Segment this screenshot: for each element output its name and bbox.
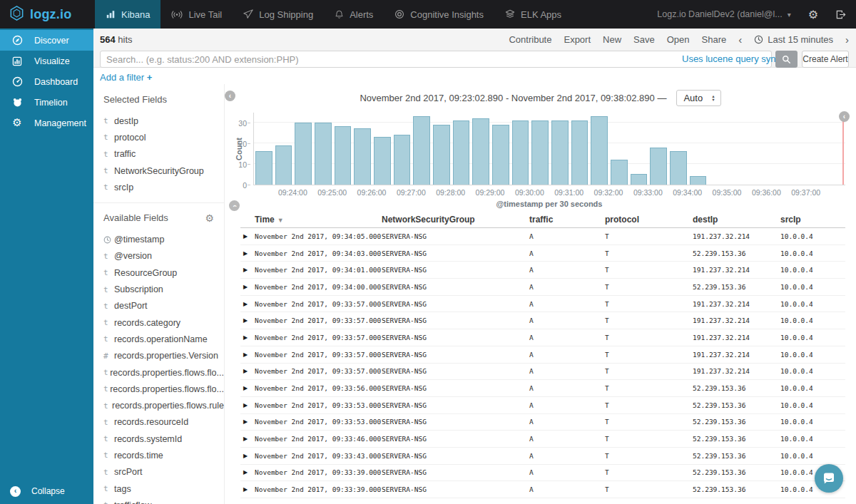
search-input[interactable]	[100, 51, 772, 68]
sidebar-collapse-button[interactable]: ‹ Collapse	[0, 481, 93, 501]
histogram-bar-09:27:30[interactable]	[433, 125, 450, 185]
table-row[interactable]: ▶November 2nd 2017, 09:33:39.000SERVERA-…	[240, 481, 845, 498]
table-row[interactable]: ▶November 2nd 2017, 09:33:46.000SERVERA-…	[240, 431, 845, 448]
open-button[interactable]: Open	[667, 34, 690, 45]
table-row[interactable]: ▶November 2nd 2017, 09:34:00.000SERVERA-…	[240, 279, 845, 296]
field-version[interactable]: t@version	[93, 248, 224, 264]
time-back-icon[interactable]: ‹	[738, 34, 742, 45]
sign-out-icon[interactable]	[835, 9, 846, 20]
histogram-bar-09:28:00[interactable]	[453, 120, 470, 185]
histogram-bar-09:23:00[interactable]	[255, 151, 272, 185]
field-resourcegroup[interactable]: tResourceGroup	[93, 264, 224, 281]
field-timestamp[interactable]: @timestamp	[93, 231, 224, 247]
histogram-bar-09:28:30[interactable]	[472, 118, 489, 185]
expand-caret-icon[interactable]: ▶	[240, 233, 255, 240]
logzio-logo[interactable]: logz.io	[9, 0, 71, 29]
histogram-bar-09:24:00[interactable]	[295, 123, 312, 185]
export-button[interactable]: Export	[564, 34, 591, 45]
field-networksecuritygroup[interactable]: tNetworkSecurityGroup	[93, 163, 224, 179]
expand-caret-icon[interactable]: ▶	[240, 334, 255, 341]
expand-caret-icon[interactable]: ▶	[240, 469, 255, 475]
column-header-traffic[interactable]: traffic	[529, 215, 605, 225]
expand-caret-icon[interactable]: ▶	[240, 385, 255, 391]
collapse-chart-icon[interactable]: ‹	[229, 200, 240, 211]
field-trafficflow[interactable]: ttrafficflow	[93, 497, 224, 504]
search-submit-button[interactable]	[775, 51, 798, 68]
table-row[interactable]: ▶November 2nd 2017, 09:33:53.000SERVERA-…	[240, 397, 845, 414]
expand-caret-icon[interactable]: ▶	[240, 402, 255, 408]
column-header-time[interactable]: Time▼	[255, 215, 382, 225]
time-forward-icon[interactable]: ›	[845, 34, 849, 45]
table-row[interactable]: ▶November 2nd 2017, 09:33:57.000SERVERA-…	[240, 346, 845, 364]
expand-caret-icon[interactable]: ▶	[240, 351, 255, 358]
expand-caret-icon[interactable]: ▶	[240, 436, 255, 442]
settings-gear-icon[interactable]: ⚙	[808, 8, 818, 21]
histogram-bar-09:31:30[interactable]	[591, 116, 608, 185]
sidebar-item-visualize[interactable]: Visualize	[0, 51, 93, 71]
column-header-networksecuritygroup[interactable]: NetworkSecurityGroup	[382, 215, 529, 225]
contribute-button[interactable]: Contribute	[509, 34, 551, 45]
sidebar-item-management[interactable]: ⚙Management	[0, 113, 93, 133]
table-row[interactable]: ▶November 2nd 2017, 09:33:57.000SERVERA-…	[240, 296, 845, 313]
table-row[interactable]: ▶November 2nd 2017, 09:33:57.000SERVERA-…	[240, 312, 845, 329]
table-row[interactable]: ▶November 2nd 2017, 09:33:53.000SERVERA-…	[240, 414, 845, 431]
add-filter-link[interactable]: Add a filter +	[100, 72, 152, 83]
account-menu[interactable]: Logz.io DanielDev2 (daniel@l... ▾	[657, 9, 790, 19]
histogram-bar-09:30:30[interactable]	[551, 120, 569, 185]
field-records-properties-flows-flo[interactable]: trecords.properties.flows.flo...	[93, 381, 224, 397]
histogram-bar-09:34:00[interactable]	[690, 176, 707, 185]
histogram-bar-09:23:30[interactable]	[275, 145, 292, 185]
nav-tab-alerts[interactable]: Alerts	[324, 0, 384, 29]
field-protocol[interactable]: tprotocol	[93, 129, 224, 145]
histogram-bar-09:24:30[interactable]	[315, 123, 332, 185]
table-row[interactable]: ▶November 2nd 2017, 09:34:03.000SERVERA-…	[240, 245, 845, 262]
field-destip[interactable]: tdestIp	[93, 113, 224, 129]
interval-select[interactable]: Auto ▲▼	[676, 90, 720, 106]
expand-caret-icon[interactable]: ▶	[240, 418, 255, 425]
field-records-properties-version[interactable]: #records.properties.Version	[93, 348, 224, 364]
field-records-time[interactable]: trecords.time	[93, 447, 224, 463]
histogram-bar-09:29:00[interactable]	[492, 125, 509, 185]
sidebar-item-discover[interactable]: Discover	[0, 30, 93, 51]
expand-caret-icon[interactable]: ▶	[240, 250, 255, 257]
share-button[interactable]: Share	[702, 34, 727, 45]
table-row[interactable]: ▶November 2nd 2017, 09:33:39.000SERVERA-…	[240, 465, 845, 482]
column-header-protocol[interactable]: protocol	[605, 215, 693, 225]
nav-tab-cognitive-insights[interactable]: Cognitive Insights	[384, 0, 494, 29]
histogram-bar-09:26:00[interactable]	[374, 137, 391, 185]
histogram-bar-09:33:30[interactable]	[670, 151, 687, 185]
expand-caret-icon[interactable]: ▶	[240, 486, 255, 493]
table-row[interactable]: ▶November 2nd 2017, 09:33:56.000SERVERA-…	[240, 380, 845, 397]
field-srcport[interactable]: tsrcPort	[93, 464, 224, 480]
nav-tab-live-tail[interactable]: Live Tail	[160, 0, 233, 29]
histogram-bar-09:29:30[interactable]	[512, 120, 529, 185]
table-row[interactable]: ▶November 2nd 2017, 09:33:43.000SERVERA-…	[240, 448, 845, 465]
field-records-properties-flows-flo[interactable]: trecords.properties.flows.flo...	[93, 364, 224, 381]
field-destport[interactable]: tdestPort	[93, 298, 224, 314]
new-button[interactable]: New	[603, 34, 621, 45]
field-traffic[interactable]: ttraffic	[93, 146, 224, 163]
field-records-systemid[interactable]: trecords.systemId	[93, 431, 224, 447]
field-subscription[interactable]: tSubscription	[93, 281, 224, 297]
field-srcip[interactable]: tsrcIp	[93, 179, 224, 195]
column-header-destip[interactable]: destIp	[693, 215, 780, 225]
table-row[interactable]: ▶November 2nd 2017, 09:33:57.000SERVERA-…	[240, 329, 845, 346]
histogram-bar-09:31:00[interactable]	[571, 120, 588, 185]
nav-tab-elk-apps[interactable]: ELK Apps	[494, 0, 572, 29]
expand-caret-icon[interactable]: ▶	[240, 317, 255, 324]
create-alert-button[interactable]: Create Alert	[802, 51, 849, 68]
nav-tab-kibana[interactable]: Kibana	[95, 0, 160, 29]
sidebar-item-dashboard[interactable]: Dashboard	[0, 71, 93, 92]
time-picker-button[interactable]: Last 15 minutes	[754, 34, 833, 45]
field-records-operationname[interactable]: trecords.operationName	[93, 331, 224, 347]
table-row[interactable]: ▶November 2nd 2017, 09:34:01.000SERVERA-…	[240, 262, 845, 279]
histogram-bar-09:32:00[interactable]	[611, 160, 628, 185]
field-tags[interactable]: ttags	[93, 480, 224, 497]
nav-tab-log-shipping[interactable]: Log Shipping	[233, 0, 324, 29]
collapse-right-icon[interactable]: ‹	[839, 111, 850, 122]
histogram-bar-09:33:00[interactable]	[650, 148, 667, 185]
lucene-syntax-link[interactable]: Uses lucene query syntax	[682, 53, 788, 64]
sidebar-item-timelion[interactable]: Timelion	[0, 92, 93, 113]
field-records-properties-flows-rule[interactable]: trecords.properties.flows.rule	[93, 397, 224, 413]
expand-caret-icon[interactable]: ▶	[240, 267, 255, 273]
